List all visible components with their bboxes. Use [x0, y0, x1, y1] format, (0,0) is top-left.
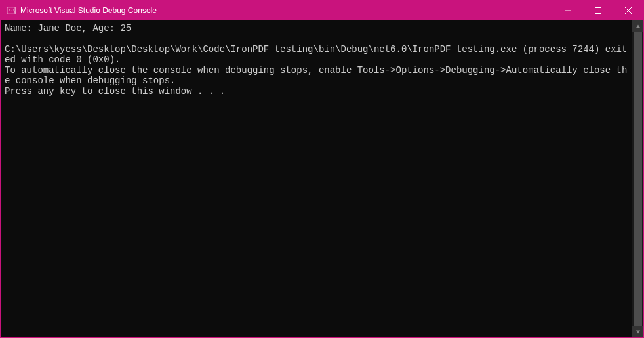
titlebar[interactable]: C:\ Microsoft Visual Studio Debug Consol…: [1, 1, 643, 20]
scrollbar-thumb[interactable]: [634, 32, 642, 326]
svg-marker-7: [635, 330, 639, 333]
window-title: Microsoft Visual Studio Debug Console: [20, 6, 553, 15]
debug-console-window: C:\ Microsoft Visual Studio Debug Consol…: [0, 0, 644, 338]
scroll-down-arrow[interactable]: [632, 326, 643, 337]
svg-marker-6: [635, 24, 639, 28]
window-controls: [553, 1, 643, 20]
close-button[interactable]: [613, 1, 643, 20]
app-icon: C:\: [6, 5, 16, 16]
maximize-button[interactable]: [583, 1, 613, 20]
minimize-button[interactable]: [553, 1, 583, 20]
svg-text:C:\: C:\: [9, 9, 16, 13]
scrollbar-track[interactable]: [632, 32, 643, 326]
console-output[interactable]: Name: Jane Doe, Age: 25 C:\Users\kyess\D…: [1, 20, 632, 337]
vertical-scrollbar[interactable]: [632, 20, 643, 337]
console-body: Name: Jane Doe, Age: 25 C:\Users\kyess\D…: [1, 20, 643, 337]
scroll-up-arrow[interactable]: [632, 20, 643, 32]
svg-rect-3: [595, 8, 601, 14]
